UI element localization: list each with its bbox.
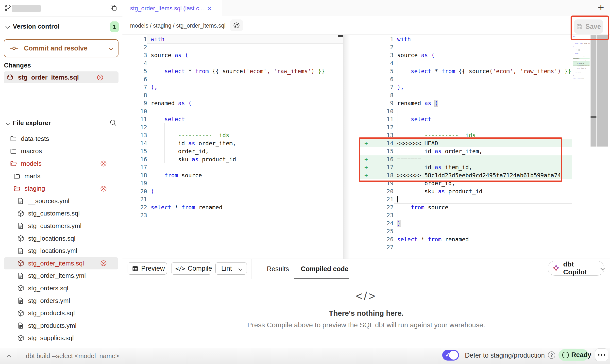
code-line[interactable]: 18 from source [122,171,343,180]
code-line[interactable]: 6 [122,75,343,83]
code-line[interactable]: 10 [122,107,343,116]
code-line[interactable]: 2 [344,43,572,51]
commit-and-resolve-button[interactable]: Commit and resolve [4,39,119,57]
file-item[interactable]: marts [0,170,122,182]
code-line[interactable]: 14 id as order_item, [122,139,343,148]
code-line[interactable]: 26select * from renamed [344,235,572,244]
code-line[interactable]: 6 [344,75,572,83]
code-line[interactable]: 25 [344,227,572,235]
code-line[interactable]: 19 order_id, [344,179,572,187]
code-line[interactable]: 13 ---------- ids [122,131,343,139]
file-item[interactable]: stg_locations.sql [0,232,122,245]
code-line[interactable]: 5 select * from {{ source('ecom', 'raw_i… [122,67,343,75]
code-line[interactable]: 16 sku as product_id [122,155,343,164]
file-item[interactable]: staging [0,182,122,195]
code-line[interactable]: 10 [344,107,572,116]
code-line[interactable]: 23 [122,211,343,219]
lint-dropdown-chevron-icon[interactable] [238,267,242,271]
code-line[interactable]: 11 select [122,115,343,123]
lineage-compass-button[interactable] [230,19,243,31]
copy-icon[interactable] [110,4,118,12]
code-line[interactable]: 15 order_id, [122,147,343,155]
code-line[interactable]: 4 [344,59,572,67]
pane-divider[interactable] [343,34,343,259]
file-item[interactable]: stg_products.sql [0,307,122,319]
code-line[interactable]: 8 [344,91,572,99]
collapse-panel-chevron-icon[interactable] [7,355,11,360]
code-line[interactable]: 9renamed as ( [344,99,572,107]
code-line[interactable]: 21 [344,195,572,203]
file-item[interactable]: stg_customers.sql [0,207,122,220]
file-item[interactable]: stg_orders.sql [0,282,122,295]
file-item[interactable]: stg_order_items.yml [0,270,122,282]
editor-pane-current[interactable]: 1with23source as (45 select * from {{ so… [344,35,572,251]
lint-button[interactable]: Lint [215,262,247,275]
file-explorer-collapse-chevron-icon[interactable] [6,121,9,126]
code-line[interactable]: 7), [344,83,572,91]
code-line[interactable]: +18>>>>>>> 58c1dd23d5eebd9cd2495fa7124ab… [344,171,572,180]
minimap[interactable]: withsource as ( select * from {{ source(… [573,36,590,83]
code-line[interactable]: 24) [344,219,572,228]
new-tab-button[interactable]: + [598,1,604,14]
code-line[interactable]: 12 [122,123,343,132]
discard-change-icon[interactable] [100,260,107,267]
file-item[interactable]: stg_orders.yml [0,295,122,307]
code-line[interactable]: 1with [122,35,343,43]
code-line[interactable]: 22 from source [344,203,572,212]
save-button[interactable]: Save [574,19,603,34]
code-line[interactable]: 1with [344,35,572,43]
left-pane-scrollbar-thumb[interactable] [338,35,343,37]
compile-button[interactable]: </> Compile [171,262,211,275]
tab-results[interactable]: Results [267,265,289,273]
code-line[interactable]: 5 select * from {{ source('ecom', 'raw_i… [344,67,572,75]
code-line[interactable]: 7), [122,83,343,91]
more-options-button[interactable] [595,348,608,361]
file-item[interactable]: data-tests [0,132,122,145]
dbt-copilot-button[interactable]: dbt Copilot [548,261,604,276]
code-line[interactable]: 22select * from renamed [122,203,343,212]
editor-pane-original[interactable]: 1with23source as (45 select * from {{ so… [122,35,343,219]
code-line[interactable]: 15 id as order_item, [344,147,572,155]
code-line[interactable]: 20) [122,187,343,196]
code-line[interactable]: 23 [344,211,572,219]
window-scrollbar-track[interactable] [597,34,608,147]
code-line[interactable]: 13 ---------- ids [344,131,572,139]
file-item[interactable]: stg_customers.yml [0,220,122,232]
code-line[interactable]: 4 [122,59,343,67]
code-line[interactable]: 21 [122,195,343,203]
code-line[interactable]: +17 id as item_id, [344,163,572,171]
discard-change-icon[interactable] [97,74,104,81]
command-input[interactable]: dbt build --select <model_name> [26,352,119,360]
code-line[interactable]: 9renamed as ( [122,99,343,107]
tab-stg-order-items[interactable]: stg_order_items.sql (last c... × [122,0,222,17]
code-line[interactable]: +16======= [344,155,572,164]
changed-file-row[interactable]: stg_order_items.sql [4,71,119,83]
file-item[interactable]: stg_order_items.sql [0,257,122,270]
help-icon[interactable]: ? [548,351,555,359]
file-item[interactable]: macros [0,145,122,158]
file-item[interactable]: stg_products.yml [0,319,122,332]
search-icon[interactable] [109,118,117,127]
code-line[interactable]: 12 [344,123,572,132]
defer-toggle[interactable]: ✓ [442,350,459,361]
code-line[interactable]: 27 [344,243,572,251]
close-tab-icon[interactable]: × [207,4,212,12]
commit-dropdown-button[interactable] [104,40,118,57]
code-line[interactable]: 3source as ( [122,51,343,59]
file-item[interactable]: models [0,157,122,170]
code-line[interactable]: 2 [122,43,343,51]
file-item[interactable]: stg_locations.yml [0,245,122,257]
file-item[interactable]: __sources.yml [0,195,122,207]
version-control-collapse-chevron-icon[interactable] [6,25,9,29]
code-line[interactable]: 3source as ( [344,51,572,59]
code-line[interactable]: 11 select [344,115,572,123]
editor-scrollbar-thumb[interactable] [591,116,596,118]
code-line[interactable]: 19 [122,179,343,187]
code-line[interactable]: 20 sku as product_id [344,187,572,196]
file-item[interactable]: stg_supplies.sql [0,332,122,345]
editor-scrollbar-track[interactable] [591,34,596,147]
code-line[interactable]: +14<<<<<<< HEAD [344,139,572,148]
code-line[interactable]: 8 [122,91,343,99]
preview-button[interactable]: Preview [128,262,167,275]
code-line[interactable]: 17 [122,163,343,171]
